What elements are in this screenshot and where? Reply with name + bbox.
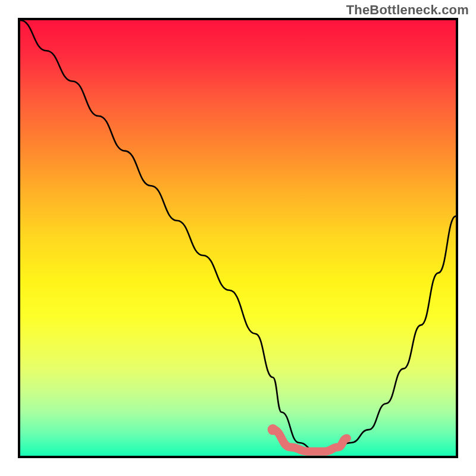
valley-curve-path [20, 20, 456, 452]
curve-overlay [20, 20, 456, 456]
chart-root: TheBottleneck.com [0, 0, 476, 476]
watermark-label: TheBottleneck.com [346, 2, 469, 18]
highlight-start-dot [268, 424, 278, 435]
highlight-segment-path [273, 430, 347, 452]
plot-frame [18, 18, 458, 458]
